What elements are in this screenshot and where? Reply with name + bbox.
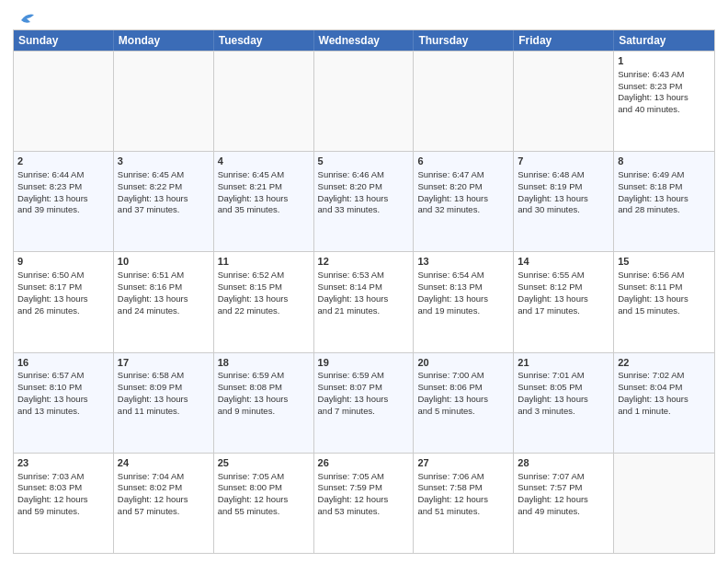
calendar-cell: 11Sunrise: 6:52 AMSunset: 8:15 PMDayligh… — [214, 252, 314, 351]
day-info: Daylight: 12 hours — [118, 494, 210, 506]
day-number: 1 — [618, 54, 711, 68]
day-info: and 49 minutes. — [518, 506, 609, 518]
day-info: and 33 minutes. — [318, 204, 410, 216]
calendar-cell: 8Sunrise: 6:49 AMSunset: 8:18 PMDaylight… — [614, 152, 714, 251]
day-info: Sunrise: 6:58 AM — [118, 370, 210, 382]
day-info: Sunset: 7:59 PM — [318, 482, 410, 494]
day-number: 27 — [417, 456, 509, 470]
day-info: Sunrise: 7:06 AM — [417, 471, 509, 483]
day-number: 20 — [417, 356, 509, 370]
day-info: Daylight: 13 hours — [218, 193, 310, 205]
weekday-header: Saturday — [614, 30, 714, 51]
day-number: 28 — [518, 456, 609, 470]
day-info: Sunrise: 6:45 AM — [118, 169, 210, 181]
calendar-cell: 2Sunrise: 6:44 AMSunset: 8:23 PMDaylight… — [14, 152, 114, 251]
day-info: Sunset: 8:03 PM — [17, 482, 109, 494]
day-info: Sunset: 8:20 PM — [318, 181, 410, 193]
day-number: 5 — [318, 155, 410, 168]
day-info: Sunrise: 7:03 AM — [17, 471, 109, 483]
day-info: Sunrise: 6:51 AM — [118, 270, 210, 282]
calendar-cell: 5Sunrise: 6:46 AMSunset: 8:20 PMDaylight… — [314, 152, 415, 251]
day-info: Sunrise: 6:59 AM — [318, 370, 410, 382]
calendar-cell: 4Sunrise: 6:45 AMSunset: 8:21 PMDaylight… — [214, 152, 314, 251]
calendar: SundayMondayTuesdayWednesdayThursdayFrid… — [13, 29, 715, 554]
calendar-body: 1Sunrise: 6:43 AMSunset: 8:23 PMDaylight… — [14, 51, 714, 553]
day-number: 17 — [118, 356, 210, 370]
day-info: Sunset: 8:10 PM — [17, 382, 109, 394]
calendar-header: SundayMondayTuesdayWednesdayThursdayFrid… — [14, 30, 714, 51]
day-info: and 57 minutes. — [118, 506, 210, 518]
day-info: Daylight: 13 hours — [618, 193, 711, 205]
day-info: and 21 minutes. — [318, 305, 410, 317]
day-info: and 15 minutes. — [618, 305, 711, 317]
calendar-cell — [514, 52, 614, 151]
calendar-cell: 1Sunrise: 6:43 AMSunset: 8:23 PMDaylight… — [614, 52, 714, 151]
weekday-header: Tuesday — [214, 30, 314, 51]
day-info: and 32 minutes. — [417, 204, 509, 216]
calendar-cell: 24Sunrise: 7:04 AMSunset: 8:02 PMDayligh… — [114, 454, 214, 553]
weekday-header: Monday — [114, 30, 214, 51]
calendar-cell: 3Sunrise: 6:45 AMSunset: 8:22 PMDaylight… — [114, 152, 214, 251]
day-info: Daylight: 12 hours — [518, 494, 609, 506]
day-info: Sunset: 8:18 PM — [618, 181, 711, 193]
calendar-cell — [214, 52, 314, 151]
day-number: 25 — [218, 456, 310, 470]
day-info: Daylight: 13 hours — [518, 394, 609, 406]
day-info: Sunset: 8:14 PM — [318, 282, 410, 293]
day-info: and 3 minutes. — [518, 406, 609, 418]
day-info: and 13 minutes. — [17, 406, 109, 418]
day-info: Daylight: 13 hours — [218, 293, 310, 305]
day-number: 22 — [618, 356, 711, 370]
logo-bird-icon — [14, 11, 34, 28]
day-info: Sunset: 8:00 PM — [218, 482, 310, 494]
day-info: and 5 minutes. — [417, 406, 509, 418]
day-info: and 17 minutes. — [518, 305, 609, 317]
day-info: Daylight: 13 hours — [618, 394, 711, 406]
day-info: Daylight: 13 hours — [417, 293, 509, 305]
calendar-row: 2Sunrise: 6:44 AMSunset: 8:23 PMDaylight… — [14, 151, 714, 251]
day-info: and 1 minute. — [618, 406, 711, 418]
calendar-cell — [314, 52, 415, 151]
weekday-header: Wednesday — [314, 30, 415, 51]
calendar-cell: 27Sunrise: 7:06 AMSunset: 7:58 PMDayligh… — [414, 454, 514, 553]
calendar-cell: 28Sunrise: 7:07 AMSunset: 7:57 PMDayligh… — [514, 454, 614, 553]
day-info: Sunset: 8:07 PM — [318, 382, 410, 394]
day-number: 15 — [618, 255, 711, 269]
calendar-cell: 18Sunrise: 6:59 AMSunset: 8:08 PMDayligh… — [214, 353, 314, 453]
calendar-cell: 14Sunrise: 6:55 AMSunset: 8:12 PMDayligh… — [514, 252, 614, 351]
day-info: and 53 minutes. — [318, 506, 410, 518]
day-info: Sunrise: 6:54 AM — [417, 270, 509, 282]
day-info: Daylight: 12 hours — [218, 494, 310, 506]
day-info: and 7 minutes. — [318, 406, 410, 418]
day-info: Daylight: 13 hours — [318, 394, 410, 406]
day-number: 2 — [17, 155, 109, 168]
day-info: Daylight: 13 hours — [618, 92, 711, 104]
day-info: Sunset: 8:16 PM — [118, 282, 210, 293]
day-number: 13 — [417, 255, 509, 269]
calendar-cell — [114, 52, 214, 151]
calendar-row: 16Sunrise: 6:57 AMSunset: 8:10 PMDayligh… — [14, 352, 714, 453]
day-info: and 37 minutes. — [118, 204, 210, 216]
day-info: Sunset: 8:08 PM — [218, 382, 310, 394]
day-info: Daylight: 13 hours — [17, 293, 109, 305]
day-info: Sunrise: 6:52 AM — [218, 270, 310, 282]
calendar-cell: 12Sunrise: 6:53 AMSunset: 8:14 PMDayligh… — [314, 252, 415, 351]
day-info: Sunset: 8:21 PM — [218, 181, 310, 193]
day-number: 26 — [318, 456, 410, 470]
calendar-cell: 9Sunrise: 6:50 AMSunset: 8:17 PMDaylight… — [14, 252, 114, 351]
day-info: Sunrise: 7:02 AM — [618, 370, 711, 382]
day-info: Sunset: 8:06 PM — [417, 382, 509, 394]
day-info: Sunrise: 6:43 AM — [618, 69, 711, 81]
day-info: and 19 minutes. — [417, 305, 509, 317]
day-info: Daylight: 13 hours — [118, 193, 210, 205]
day-info: Sunrise: 6:55 AM — [518, 270, 609, 282]
day-info: Sunset: 8:22 PM — [118, 181, 210, 193]
calendar-cell: 26Sunrise: 7:05 AMSunset: 7:59 PMDayligh… — [314, 454, 415, 553]
day-info: Sunrise: 7:04 AM — [118, 471, 210, 483]
day-number: 9 — [17, 255, 109, 269]
logo — [13, 13, 34, 24]
weekday-header: Sunday — [14, 30, 114, 51]
day-info: Daylight: 13 hours — [618, 293, 711, 305]
calendar-cell — [614, 454, 714, 553]
calendar-row: 1Sunrise: 6:43 AMSunset: 8:23 PMDaylight… — [14, 51, 714, 151]
